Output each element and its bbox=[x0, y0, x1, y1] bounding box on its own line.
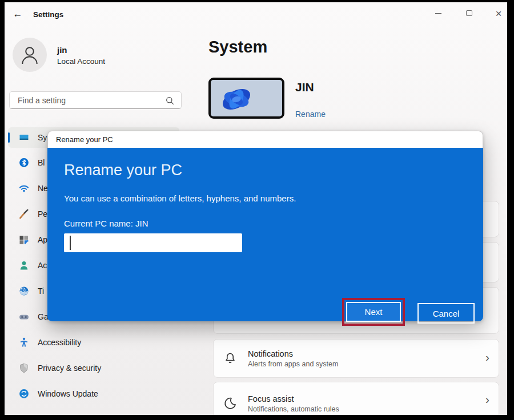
chevron-right-icon: › bbox=[485, 350, 489, 364]
selected-indicator bbox=[8, 132, 10, 143]
dialog-title: Rename your PC bbox=[56, 135, 113, 144]
accessibility-icon bbox=[18, 337, 30, 348]
rename-link[interactable]: Rename bbox=[295, 110, 326, 119]
focus-assist-card[interactable]: Focus assist Notifications, automatic ru… bbox=[213, 382, 499, 420]
current-pc-name-label: Current PC name: JIN bbox=[64, 219, 148, 228]
frame-bottom bbox=[0, 415, 514, 420]
notifications-card[interactable]: Notifications Alerts from apps and syste… bbox=[213, 339, 499, 378]
frame-right bbox=[507, 0, 514, 420]
screenshot-root: ← Settings × jin Local Account Sy bbox=[0, 0, 514, 420]
annotation-highlight-box: Next bbox=[342, 298, 405, 326]
sidebar-item-label: Windows Update bbox=[38, 389, 98, 398]
chevron-right-icon: › bbox=[485, 393, 489, 406]
clock-icon bbox=[18, 285, 30, 297]
page-title: System bbox=[208, 38, 267, 56]
maximize-icon bbox=[466, 10, 472, 16]
dialog-titlebar[interactable]: Rename your PC bbox=[47, 131, 483, 148]
cancel-button[interactable]: Cancel bbox=[417, 303, 475, 324]
person-icon bbox=[18, 260, 30, 271]
update-icon bbox=[18, 388, 30, 399]
search-icon bbox=[164, 95, 175, 106]
dialog-body: Rename your PC You can use a combination… bbox=[47, 148, 483, 321]
sidebar-item-accessibility[interactable]: Accessibility bbox=[8, 332, 179, 353]
sidebar-item-label: Ne bbox=[38, 184, 48, 193]
account-name: jin bbox=[57, 45, 67, 55]
minimize-button[interactable] bbox=[429, 5, 447, 22]
rename-pc-dialog: Rename your PC Rename your PC You can us… bbox=[47, 131, 483, 321]
display-icon bbox=[18, 132, 30, 143]
sidebar-item-label: Accessibility bbox=[38, 338, 81, 347]
next-button[interactable]: Next bbox=[346, 302, 401, 322]
sidebar-item-label: Ap bbox=[38, 235, 47, 244]
user-icon bbox=[17, 42, 42, 67]
sidebar-item-label: Privacy & security bbox=[38, 364, 101, 373]
pc-name-input-wrap bbox=[64, 233, 242, 252]
card-subtitle: Alerts from apps and system bbox=[248, 360, 338, 368]
gamepad-icon bbox=[18, 311, 30, 322]
moon-icon bbox=[223, 396, 238, 411]
wifi-icon bbox=[18, 183, 30, 194]
frame-left bbox=[0, 0, 5, 420]
pc-thumbnail bbox=[208, 78, 284, 119]
card-subtitle: Notifications, automatic rules bbox=[248, 405, 339, 413]
text-caret bbox=[70, 236, 71, 250]
maximize-button[interactable] bbox=[460, 5, 477, 22]
bloom-wallpaper-icon bbox=[211, 80, 282, 116]
close-button[interactable]: × bbox=[490, 5, 507, 22]
sidebar-item-label: Ac bbox=[38, 261, 47, 270]
account-type: Local Account bbox=[57, 57, 105, 66]
sidebar-item-label: Ga bbox=[38, 312, 49, 321]
shield-icon bbox=[18, 362, 30, 374]
sidebar-item-windows-update[interactable]: Windows Update bbox=[8, 383, 179, 404]
apps-grid-icon bbox=[18, 234, 30, 245]
brush-icon bbox=[18, 208, 30, 220]
app-title: Settings bbox=[33, 10, 63, 19]
dialog-heading: Rename your PC bbox=[64, 161, 182, 179]
sidebar-item-privacy-security[interactable]: Privacy & security bbox=[8, 358, 179, 378]
search-input[interactable] bbox=[10, 92, 181, 108]
device-name: JIN bbox=[295, 80, 314, 94]
bell-icon bbox=[223, 351, 238, 366]
pc-name-input[interactable] bbox=[64, 233, 242, 252]
dialog-description: You can use a combination of letters, hy… bbox=[64, 193, 296, 203]
card-title: Notifications bbox=[248, 349, 338, 358]
back-button[interactable]: ← bbox=[10, 7, 25, 22]
bluetooth-icon bbox=[18, 157, 30, 168]
card-title: Focus assist bbox=[248, 394, 339, 403]
sidebar-item-label: Bl bbox=[38, 158, 45, 167]
frame-top bbox=[0, 0, 514, 2]
sidebar-item-label: Sy bbox=[38, 133, 47, 142]
sidebar-item-label: Pe bbox=[38, 209, 47, 219]
sidebar-item-label: Ti bbox=[38, 286, 44, 296]
close-icon: × bbox=[495, 8, 501, 19]
search-box bbox=[9, 91, 182, 109]
minimize-icon bbox=[435, 13, 441, 14]
avatar bbox=[13, 38, 47, 72]
